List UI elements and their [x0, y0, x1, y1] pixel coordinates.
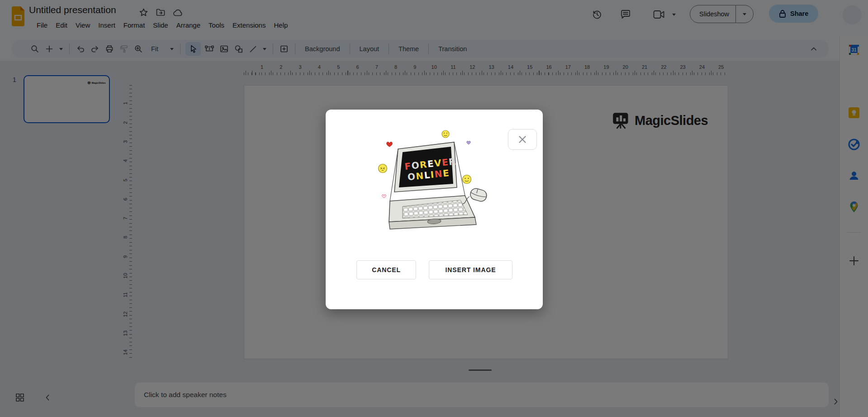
doodle-frown-smiley [379, 164, 387, 173]
laptop-clipart: FOREVER ONLINE [389, 142, 476, 229]
dialog-close-button[interactable] [508, 129, 537, 150]
dialog-preview-image: FOREVER ONLINE [376, 129, 492, 243]
doodle-right-smiley [463, 175, 471, 184]
doodle-pink-heart [382, 195, 386, 198]
doodle-top-smiley [442, 130, 449, 138]
cancel-button[interactable]: CANCEL [356, 260, 416, 279]
doodle-purple-heart [467, 141, 470, 144]
insert-image-dialog: FOREVER ONLINE CANCEL INSERT IMAGE [326, 110, 543, 309]
close-icon [518, 135, 527, 144]
google-slides-app: Untitled presentation FileEditViewInsert… [0, 0, 868, 417]
doodle-red-heart [387, 142, 393, 147]
insert-image-button[interactable]: INSERT IMAGE [429, 260, 512, 279]
